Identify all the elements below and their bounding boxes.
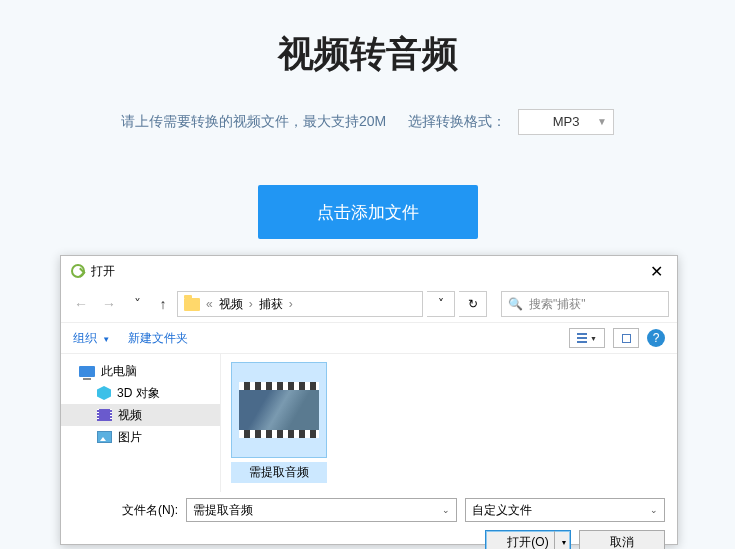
- search-icon: 🔍: [508, 297, 523, 311]
- cube-icon: [97, 386, 111, 400]
- new-folder-button[interactable]: 新建文件夹: [128, 330, 188, 347]
- open-button[interactable]: 打开(O) ▼: [485, 530, 571, 549]
- app-icon: [71, 264, 85, 278]
- nav-back-icon[interactable]: ←: [69, 296, 93, 312]
- dialog-toolbar: 组织 ▼ 新建文件夹 ▼ ?: [61, 322, 677, 354]
- path-sep2: ›: [289, 297, 293, 311]
- upload-hint: 请上传需要转换的视频文件，最大支持20M: [121, 113, 386, 129]
- tree-label: 3D 对象: [117, 385, 160, 402]
- open-split-icon[interactable]: ▼: [554, 531, 570, 549]
- organize-menu[interactable]: 组织 ▼: [73, 330, 110, 347]
- tree-label: 此电脑: [101, 363, 137, 380]
- organize-label: 组织: [73, 331, 97, 345]
- pc-icon: [79, 366, 95, 377]
- folder-icon: [184, 298, 200, 311]
- path-dropdown[interactable]: ˅: [427, 291, 455, 317]
- chevron-down-icon: ▼: [590, 335, 597, 342]
- video-thumbnail-icon: [239, 382, 319, 438]
- path-box[interactable]: « 视频 › 捕获 ›: [177, 291, 423, 317]
- nav-recent-icon[interactable]: ˅: [125, 296, 149, 312]
- filename-label: 文件名(N):: [73, 502, 178, 519]
- folder-tree: 此电脑 3D 对象 视频 图片: [61, 354, 221, 492]
- tree-pictures[interactable]: 图片: [61, 426, 220, 448]
- path-seg2: 捕获: [259, 296, 283, 313]
- image-icon: [97, 431, 112, 443]
- path-prefix: «: [206, 297, 213, 311]
- filetype-select[interactable]: 自定义文件 ⌄: [465, 498, 665, 522]
- view-mode-button[interactable]: ▼: [569, 328, 605, 348]
- search-placeholder: 搜索"捕获": [529, 296, 586, 313]
- cancel-button[interactable]: 取消: [579, 530, 665, 549]
- file-item[interactable]: 需提取音频: [231, 362, 327, 483]
- chevron-down-icon: ⌄: [650, 505, 658, 515]
- dialog-footer: 文件名(N): 需提取音频 ⌄ 自定义文件 ⌄ 打开(O) ▼ 取消: [61, 492, 677, 549]
- chevron-down-icon: ▼: [597, 110, 607, 134]
- file-list[interactable]: 需提取音频: [221, 354, 677, 492]
- format-label: 选择转换格式：: [408, 113, 506, 129]
- tree-this-pc[interactable]: 此电脑: [61, 360, 220, 382]
- path-sep1: ›: [249, 297, 253, 311]
- open-label: 打开(O): [507, 534, 548, 550]
- path-seg1: 视频: [219, 296, 243, 313]
- tree-3d-objects[interactable]: 3D 对象: [61, 382, 220, 404]
- format-value: MP3: [553, 114, 580, 129]
- page-title: 视频转音频: [0, 30, 735, 79]
- filename-input[interactable]: 需提取音频 ⌄: [186, 498, 457, 522]
- tree-label: 图片: [118, 429, 142, 446]
- filename-value: 需提取音频: [193, 502, 253, 519]
- tree-videos[interactable]: 视频: [61, 404, 220, 426]
- search-input[interactable]: 🔍 搜索"捕获": [501, 291, 669, 317]
- video-icon: [97, 409, 112, 421]
- format-select[interactable]: MP3 ▼: [518, 109, 614, 135]
- file-name: 需提取音频: [231, 462, 327, 483]
- subtitle-row: 请上传需要转换的视频文件，最大支持20M 选择转换格式： MP3 ▼: [0, 109, 735, 135]
- chevron-down-icon: ▼: [102, 335, 110, 344]
- preview-pane-button[interactable]: [613, 328, 639, 348]
- chevron-down-icon: ⌄: [442, 505, 450, 515]
- open-file-dialog: 打开 ✕ ← → ˅ ↑ « 视频 › 捕获 › ˅ ↻ 🔍 搜索"捕获" 组织…: [60, 255, 678, 545]
- nav-up-icon[interactable]: ↑: [153, 296, 173, 312]
- add-file-button[interactable]: 点击添加文件: [258, 185, 478, 239]
- help-button[interactable]: ?: [647, 329, 665, 347]
- close-button[interactable]: ✕: [646, 262, 667, 281]
- file-thumbnail-selected: [231, 362, 327, 458]
- dialog-body: 此电脑 3D 对象 视频 图片 需提取音频: [61, 354, 677, 492]
- dialog-titlebar: 打开 ✕: [61, 256, 677, 286]
- refresh-button[interactable]: ↻: [459, 291, 487, 317]
- nav-forward-icon[interactable]: →: [97, 296, 121, 312]
- tree-label: 视频: [118, 407, 142, 424]
- dialog-title: 打开: [91, 263, 115, 280]
- filetype-value: 自定义文件: [472, 502, 532, 519]
- dialog-nav: ← → ˅ ↑ « 视频 › 捕获 › ˅ ↻ 🔍 搜索"捕获": [61, 286, 677, 322]
